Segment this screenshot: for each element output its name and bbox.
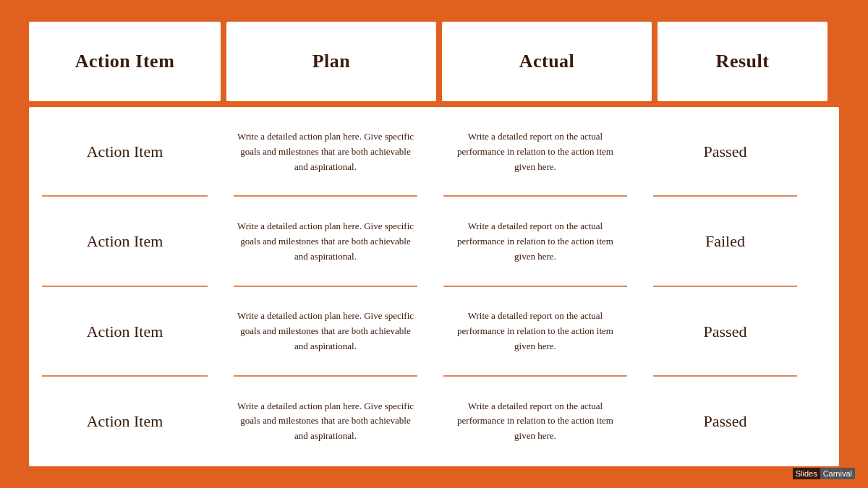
header-row: Action Item Plan Actual Result xyxy=(29,22,839,101)
plan-row-3: Write a detailed action plan here. Give … xyxy=(234,287,417,377)
header-result-label: Result xyxy=(716,51,770,72)
header-result: Result xyxy=(658,22,827,101)
plan-text-1: Write a detailed action plan here. Give … xyxy=(234,124,417,180)
actual-text-1: Write a detailed report on the actual pe… xyxy=(443,124,627,180)
action-row-2: Action Item xyxy=(42,197,208,286)
action-text-1: Action Item xyxy=(87,137,163,167)
actual-text-4: Write a detailed report on the actual pe… xyxy=(443,393,627,450)
action-row-1: Action Item xyxy=(42,107,208,197)
header-action-item: Action Item xyxy=(29,22,221,101)
result-row-2: Failed xyxy=(653,197,797,286)
body-card: Action Item Action Item Action Item Acti… xyxy=(29,107,839,466)
plan-text-3: Write a detailed action plan here. Give … xyxy=(234,303,417,359)
result-column: Passed Failed Passed Passed xyxy=(640,107,810,466)
header-plan: Plan xyxy=(226,22,436,101)
result-row-3: Passed xyxy=(653,287,797,377)
header-actual-label: Actual xyxy=(519,51,575,72)
action-text-4: Action Item xyxy=(87,406,163,437)
actual-text-3: Write a detailed report on the actual pe… xyxy=(443,303,627,359)
plan-text-4: Write a detailed action plan here. Give … xyxy=(234,393,417,450)
result-text-4: Passed xyxy=(704,406,747,437)
actual-row-2: Write a detailed report on the actual pe… xyxy=(443,197,627,286)
actual-row-1: Write a detailed report on the actual pe… xyxy=(443,107,627,197)
result-text-3: Passed xyxy=(704,317,747,347)
action-row-3: Action Item xyxy=(42,287,208,377)
actual-row-4: Write a detailed report on the actual pe… xyxy=(443,377,627,466)
plan-row-4: Write a detailed action plan here. Give … xyxy=(234,377,417,466)
watermark: SlidesCarnival xyxy=(793,468,855,479)
table-wrapper: Action Item Plan Actual Result Action It… xyxy=(29,22,839,466)
plan-column: Write a detailed action plan here. Give … xyxy=(221,107,430,466)
result-row-4: Passed xyxy=(653,377,797,466)
actual-text-2: Write a detailed report on the actual pe… xyxy=(443,213,627,270)
watermark-slides: Slides xyxy=(793,468,820,479)
result-text-2: Failed xyxy=(705,226,745,257)
header-action-label: Action Item xyxy=(75,51,175,72)
result-row-1: Passed xyxy=(653,107,797,197)
result-text-1: Passed xyxy=(704,137,747,167)
plan-row-1: Write a detailed action plan here. Give … xyxy=(234,107,417,197)
plan-row-2: Write a detailed action plan here. Give … xyxy=(234,197,417,286)
actual-row-3: Write a detailed report on the actual pe… xyxy=(443,287,627,377)
watermark-carnival: Carnival xyxy=(820,468,855,479)
header-actual: Actual xyxy=(442,22,652,101)
action-text-2: Action Item xyxy=(87,226,163,257)
actual-column: Write a detailed report on the actual pe… xyxy=(430,107,640,466)
action-column: Action Item Action Item Action Item Acti… xyxy=(29,107,221,466)
plan-text-2: Write a detailed action plan here. Give … xyxy=(234,213,417,270)
action-text-3: Action Item xyxy=(87,317,163,347)
main-container: Action Item Plan Actual Result Action It… xyxy=(29,22,839,466)
action-row-4: Action Item xyxy=(42,377,208,466)
header-plan-label: Plan xyxy=(312,51,351,72)
